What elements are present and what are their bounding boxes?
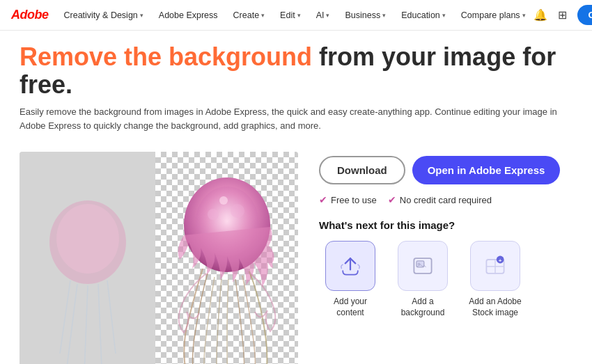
nav-right: 🔔 ⊞ Go to Adobe Express: [533, 5, 592, 25]
badge-label: No credit card required: [400, 195, 492, 205]
go-to-express-button[interactable]: Go to Adobe Express: [577, 5, 592, 25]
right-panel: Download Open in Adobe Express ✔ Free to…: [319, 152, 572, 318]
check-icon: ✔: [388, 194, 396, 205]
next-card-add-background[interactable]: Add a background: [391, 241, 454, 318]
nav-item-compare-plans[interactable]: Compare plans ▾: [454, 6, 533, 24]
nav-item-business[interactable]: Business ▾: [338, 6, 393, 24]
notification-icon[interactable]: 🔔: [533, 8, 548, 23]
add-background-label: Add a background: [391, 296, 454, 318]
chevron-down-icon: ▾: [297, 12, 301, 19]
jellyfish-result: [155, 152, 298, 364]
svg-line-2: [60, 280, 70, 354]
svg-text:+: +: [499, 258, 502, 264]
image-container: ★ Rate us: [20, 152, 298, 364]
svg-line-4: [84, 285, 88, 364]
add-stock-icon-box: +: [470, 241, 520, 291]
next-card-add-stock[interactable]: + Add an Adobe Stock image: [464, 241, 527, 318]
add-content-icon-box: [325, 241, 375, 291]
whats-next-title: What's next for this image?: [319, 219, 572, 231]
jellyfish-before-svg: [32, 173, 143, 364]
add-content-label: Add your content: [319, 296, 382, 318]
adobe-logo[interactable]: Adobe: [11, 8, 49, 22]
open-in-express-button[interactable]: Open in Adobe Express: [412, 156, 561, 184]
stock-icon: +: [483, 253, 508, 278]
nav-item-create[interactable]: Create ▾: [226, 6, 272, 24]
nav-item-ai[interactable]: AI ▾: [309, 6, 337, 24]
chevron-down-icon: ▾: [442, 12, 446, 19]
add-background-icon-box: [398, 241, 448, 291]
hero-title-colored: Remove the background: [20, 42, 312, 71]
svg-line-6: [107, 280, 116, 354]
chevron-down-icon: ▾: [522, 12, 526, 19]
hero-subtitle: Easily remove the background from images…: [20, 105, 572, 132]
jellyfish-svg: [164, 166, 290, 364]
next-options: Add your content Add a background: [319, 241, 572, 318]
image-after-panel: [155, 152, 298, 364]
nav-item-education[interactable]: Education ▾: [394, 6, 453, 24]
action-buttons: Download Open in Adobe Express: [319, 156, 572, 184]
image-before-panel: [20, 152, 155, 364]
svg-point-1: [56, 204, 119, 274]
chevron-down-icon: ▾: [382, 12, 386, 19]
hero-title: Remove the background from your image fo…: [20, 43, 572, 98]
chevron-down-icon: ▾: [326, 12, 329, 19]
check-icon: ✔: [319, 194, 327, 205]
nav-item-creativity[interactable]: Creativity & Design ▾: [57, 6, 150, 24]
download-button[interactable]: Download: [319, 156, 405, 184]
svg-point-9: [208, 209, 219, 220]
main-area: ★ Rate us Download Open in Adobe Express…: [0, 139, 592, 364]
nav-item-edit[interactable]: Edit ▾: [273, 6, 308, 24]
navbar: Adobe Creativity & Design ▾ Adobe Expres…: [0, 0, 592, 31]
nav-item-adobe-express[interactable]: Adobe Express: [152, 6, 225, 24]
badges-row: ✔ Free to use ✔ No credit card required: [319, 194, 572, 205]
upload-icon: [338, 253, 363, 278]
next-card-add-content[interactable]: Add your content: [319, 241, 382, 318]
chevron-down-icon: ▾: [261, 12, 265, 19]
chevron-down-icon: ▾: [140, 12, 143, 19]
svg-line-5: [98, 284, 102, 364]
free-to-use-badge: ✔ Free to use: [319, 194, 377, 205]
badge-label: Free to use: [331, 195, 377, 205]
apps-grid-icon[interactable]: ⊞: [555, 8, 570, 23]
hero-section: Remove the background from your image fo…: [0, 31, 592, 139]
no-credit-card-badge: ✔ No credit card required: [388, 194, 492, 205]
add-stock-label: Add an Adobe Stock image: [464, 296, 527, 318]
background-icon: [410, 253, 435, 278]
nav-menu: Creativity & Design ▾ Adobe Express Crea…: [57, 6, 533, 24]
svg-point-10: [231, 204, 244, 218]
svg-point-11: [219, 196, 228, 205]
